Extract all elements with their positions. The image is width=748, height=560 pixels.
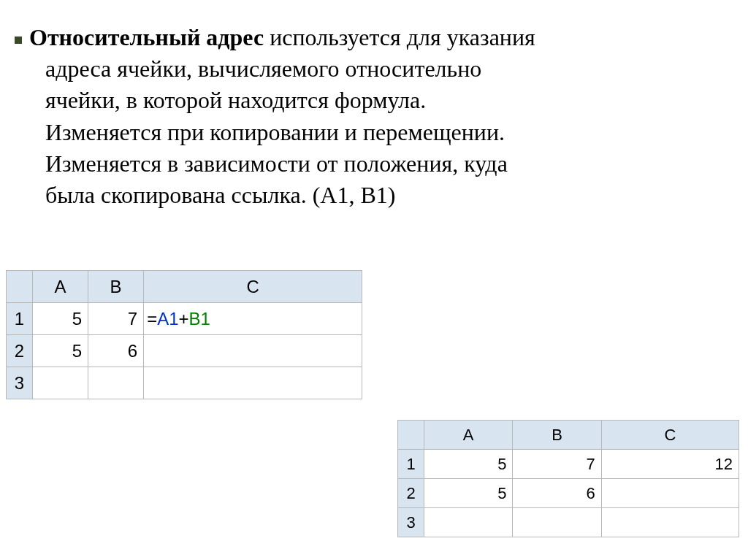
cell-a3 bbox=[33, 367, 88, 399]
cell-b3 bbox=[513, 508, 601, 537]
cell-b1: 7 bbox=[88, 303, 144, 335]
text-line6: была скопирована ссылка. (А1, В1) bbox=[45, 180, 719, 211]
corner-cell bbox=[398, 421, 424, 450]
row-header-2: 2 bbox=[398, 479, 424, 508]
corner-cell bbox=[7, 271, 33, 303]
cell-a2: 5 bbox=[33, 335, 88, 367]
col-header-c: C bbox=[601, 421, 739, 450]
cell-c2 bbox=[144, 335, 362, 367]
formula-ref-b1: B1 bbox=[189, 309, 210, 329]
text-line1-rest: используется для указания bbox=[264, 24, 535, 50]
row-header-3: 3 bbox=[7, 367, 33, 399]
cell-b3 bbox=[88, 367, 144, 399]
row-header-3: 3 bbox=[398, 508, 424, 537]
col-header-b: B bbox=[88, 271, 144, 303]
bold-term: Относительный адрес bbox=[29, 24, 264, 50]
formula-ref-a1: A1 bbox=[157, 309, 178, 329]
cell-c2 bbox=[601, 479, 739, 508]
col-header-a: A bbox=[424, 421, 513, 450]
cell-a1: 5 bbox=[424, 450, 513, 479]
description-text: Относительный адрес используется для ука… bbox=[0, 0, 748, 226]
col-header-a: A bbox=[33, 271, 88, 303]
cell-c1-formula: =A1+B1 bbox=[144, 303, 362, 335]
row-header-2: 2 bbox=[7, 335, 33, 367]
spreadsheet-formula-table: A B C 1 5 7 =A1+B1 2 5 6 3 bbox=[6, 270, 362, 399]
formula-equals: = bbox=[147, 309, 157, 329]
cell-b2: 6 bbox=[513, 479, 601, 508]
col-header-b: B bbox=[513, 421, 601, 450]
bullet-icon bbox=[15, 37, 22, 44]
cell-a3 bbox=[424, 508, 513, 537]
cell-c3 bbox=[601, 508, 739, 537]
cell-a2: 5 bbox=[424, 479, 513, 508]
text-line2: адреса ячейки, вычисляемого относительно bbox=[45, 53, 719, 85]
cell-a1: 5 bbox=[33, 303, 88, 335]
row-header-1: 1 bbox=[7, 303, 33, 335]
text-line5: Изменяется в зависимости от положения, к… bbox=[45, 148, 719, 180]
formula-plus: + bbox=[179, 309, 189, 329]
cell-c1: 12 bbox=[601, 450, 739, 479]
spreadsheet-result-table: A B C 1 5 7 12 2 5 6 3 bbox=[397, 420, 739, 537]
col-header-c: C bbox=[144, 271, 362, 303]
cell-c3 bbox=[144, 367, 362, 399]
text-line3: ячейки, в которой находится формула. bbox=[45, 85, 719, 116]
cell-b1: 7 bbox=[513, 450, 601, 479]
text-line4: Изменяется при копировании и перемещении… bbox=[45, 117, 719, 148]
cell-b2: 6 bbox=[88, 335, 144, 367]
row-header-1: 1 bbox=[398, 450, 424, 479]
